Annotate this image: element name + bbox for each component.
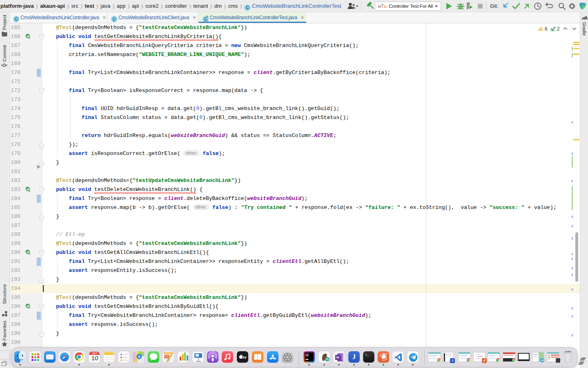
svg-text:tv: tv	[243, 355, 247, 359]
svg-text:6: 6	[545, 26, 548, 32]
svg-text:2: 2	[557, 26, 560, 32]
